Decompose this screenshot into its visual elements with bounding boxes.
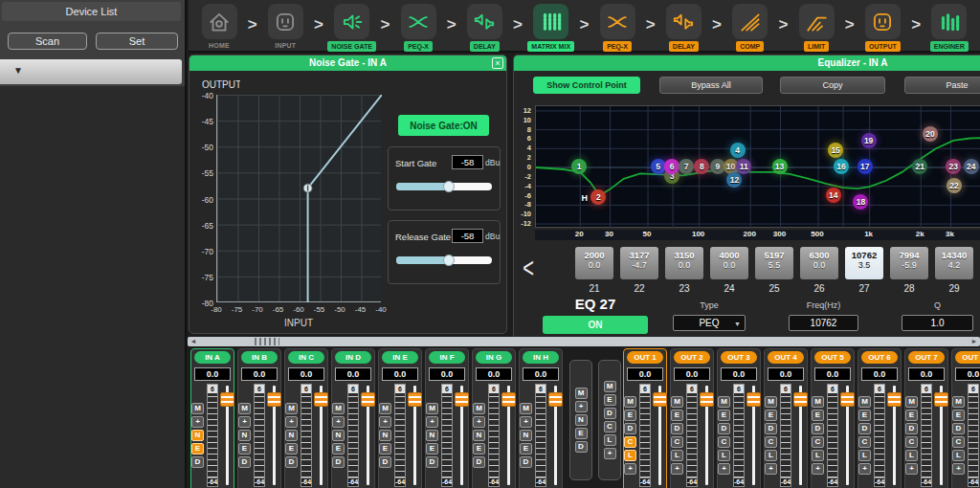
strip-button-e[interactable]: E <box>379 443 391 455</box>
channel-label[interactable]: IN E <box>382 351 418 364</box>
type-dropdown[interactable]: PEQ▼ <box>673 315 746 331</box>
strip-button-n[interactable]: N <box>238 430 251 441</box>
device-dropdown[interactable]: ▼ <box>0 59 182 84</box>
strip-button-e[interactable]: E <box>765 410 777 421</box>
channel-label[interactable]: OUT 5 <box>814 351 851 364</box>
fader-handle[interactable] <box>408 392 422 407</box>
strip-button-n[interactable]: N <box>473 430 485 441</box>
eq-control-point-4[interactable]: 4 <box>730 143 746 158</box>
set-button[interactable]: Set <box>96 33 178 50</box>
toolbar-module-peq-x-6[interactable]: PEQ-X <box>592 4 642 52</box>
strip-button-m[interactable]: M <box>604 381 616 392</box>
strip-button-m[interactable]: M <box>473 403 485 414</box>
strip-button-e[interactable]: E <box>473 443 485 455</box>
strip-button-e[interactable]: E <box>905 410 918 421</box>
strip-button-l[interactable]: L <box>905 450 918 461</box>
noise-gate-graph[interactable] <box>216 95 381 302</box>
paste-button[interactable]: Paste <box>904 77 980 94</box>
strip-button-d[interactable]: D <box>520 456 532 468</box>
strip-button-d[interactable]: D <box>332 456 345 468</box>
fader-handle[interactable] <box>501 392 516 407</box>
strip-button-e[interactable]: E <box>624 410 636 421</box>
strip-button-e[interactable]: E <box>285 443 298 455</box>
strip-button-c[interactable]: C <box>812 436 824 448</box>
strip-button-e[interactable]: E <box>858 410 871 421</box>
fader-handle[interactable] <box>314 392 328 407</box>
channel-label[interactable]: OUT 4 <box>768 351 804 364</box>
strip-button-m[interactable]: M <box>718 396 730 408</box>
channel-gain-value[interactable]: 0.0 <box>627 367 663 381</box>
channel-gain-value[interactable]: 0.0 <box>814 367 851 381</box>
strip-button-m[interactable]: M <box>238 403 251 414</box>
strip-button-d[interactable]: D <box>426 456 438 468</box>
strip-button-e[interactable]: E <box>671 410 683 421</box>
strip-button-n[interactable]: N <box>575 414 588 426</box>
toolbar-module-home-0[interactable]: HOME <box>194 4 244 49</box>
channel-label[interactable]: IN C <box>288 351 324 364</box>
eq-control-point-17[interactable]: 17 <box>858 159 873 174</box>
strip-button-l[interactable]: L <box>812 450 824 461</box>
strip-button-e[interactable]: E <box>332 443 345 455</box>
channel-label[interactable]: IN F <box>429 351 465 364</box>
channel-fader[interactable] <box>887 384 901 487</box>
toolbar-module-comp-8[interactable]: COMP <box>725 4 775 52</box>
strip-button-m[interactable]: M <box>905 396 918 408</box>
band-cell-23[interactable]: 31500.0 <box>665 247 703 279</box>
start-gate-value[interactable]: -58 <box>452 155 483 169</box>
band-cell-28[interactable]: 7994-5.9 <box>890 247 928 279</box>
channel-label[interactable]: OUT 8 <box>955 351 980 364</box>
strip-button-m[interactable]: M <box>952 396 965 408</box>
strip-button-+[interactable]: + <box>473 416 485 428</box>
channel-fader[interactable] <box>220 384 234 487</box>
band-cell-29[interactable]: 143404.2 <box>935 247 973 279</box>
channel-fader[interactable] <box>408 384 421 487</box>
strip-button-+[interactable]: + <box>765 463 777 475</box>
strip-button-m[interactable]: M <box>575 388 588 399</box>
toolbar-module-noise-gate-2[interactable]: NOISE GATE <box>327 4 377 52</box>
release-gate-value[interactable]: -58 <box>452 229 483 243</box>
strip-button-+[interactable]: + <box>426 416 438 428</box>
bypass-all-button[interactable]: Bypass All <box>659 77 763 94</box>
toolbar-module-delay-4[interactable]: DELAY <box>459 4 509 52</box>
strip-button-d[interactable]: D <box>285 456 298 468</box>
scan-button[interactable]: Scan <box>8 33 87 50</box>
copy-button[interactable]: Copy <box>780 77 885 94</box>
channel-gain-value[interactable]: 0.0 <box>335 367 371 381</box>
strip-button-d[interactable]: D <box>812 423 824 434</box>
scrollbar-grip[interactable] <box>255 338 279 345</box>
strip-button-+[interactable]: + <box>332 416 345 428</box>
toolbar-module-input-1[interactable]: INPUT <box>260 4 310 49</box>
strip-button-m[interactable]: M <box>520 403 532 414</box>
strip-button-m[interactable]: M <box>765 396 777 408</box>
toolbar-module-output-10[interactable]: OUTPUT <box>858 4 907 52</box>
strip-button-e[interactable]: E <box>575 428 588 439</box>
channel-fader[interactable] <box>314 384 327 487</box>
fader-handle[interactable] <box>267 392 281 407</box>
eq-control-point-19[interactable]: 19 <box>861 133 877 148</box>
fader-handle[interactable] <box>746 392 761 407</box>
mixer-horizontal-scrollbar[interactable]: ◄ ► <box>188 337 980 346</box>
channel-fader[interactable] <box>267 384 280 487</box>
strip-button-l[interactable]: L <box>718 450 730 461</box>
scroll-right-arrow-icon[interactable]: ► <box>969 337 979 346</box>
strip-button-n[interactable]: N <box>191 430 204 441</box>
channel-label[interactable]: IN A <box>194 351 231 364</box>
eq-control-point-15[interactable]: 15 <box>828 143 843 158</box>
strip-button-e[interactable]: E <box>812 410 824 421</box>
strip-button-+[interactable]: + <box>604 448 616 459</box>
strip-button-d[interactable]: D <box>379 456 391 468</box>
fader-handle[interactable] <box>840 392 855 407</box>
strip-button-+[interactable]: + <box>379 416 391 428</box>
band-cell-26[interactable]: 63000.0 <box>800 247 838 279</box>
channel-gain-value[interactable]: 0.0 <box>674 367 710 381</box>
channel-label[interactable]: OUT 7 <box>908 351 945 364</box>
strip-button-n[interactable]: N <box>332 430 345 441</box>
channel-fader[interactable] <box>361 384 374 487</box>
strip-button-+[interactable]: + <box>520 416 532 428</box>
fader-handle[interactable] <box>700 392 714 407</box>
strip-button-+[interactable]: + <box>575 401 588 412</box>
strip-button-d[interactable]: D <box>858 423 871 434</box>
eq-control-point-16[interactable]: 16 <box>834 159 849 174</box>
channel-label[interactable]: OUT 6 <box>861 351 898 364</box>
channel-gain-value[interactable]: 0.0 <box>861 367 898 381</box>
